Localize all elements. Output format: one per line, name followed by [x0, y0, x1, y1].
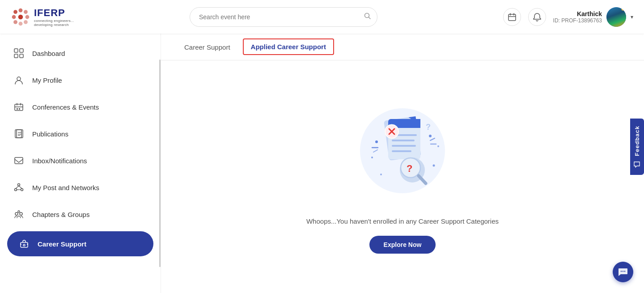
calendar-button[interactable]	[503, 8, 521, 26]
sidebar-item-networks[interactable]: My Post and Networks	[0, 175, 161, 200]
search-bar[interactable]	[190, 7, 377, 27]
chevron-down-icon: ▾	[631, 14, 633, 20]
header: IFERP connecting engineers... developing…	[0, 0, 644, 34]
user-id: ID: PROF-13896763	[553, 17, 602, 24]
svg-point-62	[371, 157, 373, 158]
svg-point-74	[624, 271, 625, 272]
svg-point-37	[18, 211, 20, 212]
search-icon	[364, 13, 371, 21]
tab-applied-career-support[interactable]: Applied Career Support	[243, 38, 334, 55]
feedback-label: Feedback	[634, 126, 640, 156]
inbox-icon	[13, 154, 25, 167]
svg-rect-23	[15, 130, 21, 138]
header-actions: Karthick ID: PROF-13896763 👑 ▾	[503, 7, 633, 27]
user-name: Karthick	[553, 10, 602, 17]
networks-icon	[13, 181, 25, 194]
svg-rect-20	[15, 104, 23, 110]
svg-point-64	[437, 145, 439, 147]
sidebar-item-publications-label: Publications	[32, 130, 68, 138]
svg-point-5	[25, 15, 30, 19]
empty-illustration: ? ?	[344, 99, 461, 207]
sidebar-item-chapters[interactable]: Chapters & Groups	[0, 202, 161, 227]
sidebar-item-conferences-label: Conferences & Events	[32, 103, 99, 111]
svg-point-36	[20, 212, 22, 215]
svg-line-32	[16, 186, 19, 189]
profile-icon	[13, 74, 25, 86]
sidebar-item-inbox[interactable]: Inbox/Notifications	[0, 148, 161, 173]
avatar: 👑	[606, 7, 626, 27]
search-input[interactable]	[190, 7, 377, 27]
chat-button[interactable]	[613, 262, 633, 282]
svg-point-63	[429, 135, 432, 137]
sidebar-item-career-label: Career Support	[38, 240, 86, 248]
svg-point-66	[380, 174, 382, 175]
svg-point-6	[13, 20, 17, 24]
svg-line-10	[369, 17, 371, 19]
svg-rect-17	[14, 54, 18, 58]
sidebar-item-chapters-label: Chapters & Groups	[32, 211, 89, 218]
tabs-bar: Career Support Applied Career Support	[161, 34, 644, 60]
sidebar-item-conferences[interactable]: Conferences & Events	[0, 94, 161, 119]
empty-message: Whoops...You haven't enrolled in any Car…	[306, 217, 499, 225]
svg-point-8	[24, 20, 28, 24]
sidebar-item-publications[interactable]: Publications	[0, 121, 161, 146]
svg-point-73	[623, 271, 623, 272]
logo-subtitle: connecting engineers... developing resea…	[34, 19, 91, 27]
sidebar: Dashboard My Profile Conferences & E	[0, 34, 161, 293]
publications-icon	[13, 127, 25, 140]
user-details: Karthick ID: PROF-13896763	[553, 10, 602, 24]
svg-rect-22	[19, 108, 20, 110]
svg-rect-15	[14, 49, 18, 52]
main-layout: Dashboard My Profile Conferences & E	[0, 34, 644, 293]
svg-point-2	[24, 10, 28, 14]
svg-point-29	[18, 184, 20, 186]
svg-point-4	[18, 14, 23, 19]
svg-text:?: ?	[426, 123, 431, 132]
svg-rect-16	[20, 49, 23, 52]
tab-career-support[interactable]: Career Support	[175, 34, 239, 60]
sidebar-item-profile-label: My Profile	[32, 76, 62, 84]
svg-point-65	[433, 165, 435, 167]
svg-point-7	[19, 21, 23, 25]
user-info[interactable]: Karthick ID: PROF-13896763 👑 ▾	[553, 7, 633, 27]
crown-icon: 👑	[620, 7, 626, 11]
feedback-button[interactable]: Feedback	[630, 119, 644, 175]
svg-point-39	[23, 244, 25, 246]
svg-point-61	[375, 140, 378, 143]
svg-rect-11	[508, 14, 516, 21]
notification-button[interactable]	[528, 8, 546, 26]
svg-rect-24	[17, 130, 23, 138]
sidebar-item-career[interactable]: Career Support	[7, 231, 153, 256]
sidebar-item-networks-label: My Post and Networks	[32, 184, 99, 191]
conferences-icon	[13, 101, 25, 113]
sidebar-item-inbox-label: Inbox/Notifications	[32, 157, 87, 165]
logo-name: IFERP	[34, 7, 91, 19]
svg-rect-18	[20, 54, 23, 58]
sidebar-item-profile[interactable]: My Profile	[0, 68, 161, 93]
dashboard-icon	[13, 47, 25, 59]
svg-point-19	[17, 77, 21, 81]
chapters-icon	[13, 208, 25, 221]
svg-point-35	[15, 212, 18, 215]
svg-text:?: ?	[407, 163, 412, 174]
svg-line-33	[19, 186, 22, 189]
svg-point-1	[19, 8, 23, 12]
sidebar-item-dashboard[interactable]: Dashboard	[0, 41, 161, 66]
content-area: Career Support Applied Career Support	[161, 34, 644, 293]
svg-point-0	[13, 10, 17, 14]
explore-now-button[interactable]: Explore Now	[369, 236, 436, 254]
svg-rect-21	[17, 108, 18, 110]
logo-area: IFERP connecting engineers... developing…	[11, 7, 91, 27]
svg-point-72	[621, 271, 622, 272]
svg-point-31	[21, 189, 23, 191]
empty-state: ? ? Whoops...You haven't enrolled in any…	[161, 60, 644, 293]
svg-point-3	[12, 15, 16, 19]
career-icon	[18, 238, 30, 250]
sidebar-item-dashboard-label: Dashboard	[32, 50, 65, 57]
logo-text: IFERP connecting engineers... developing…	[34, 7, 91, 27]
svg-rect-38	[21, 242, 28, 247]
svg-point-30	[15, 189, 17, 191]
logo-icon	[11, 7, 30, 27]
